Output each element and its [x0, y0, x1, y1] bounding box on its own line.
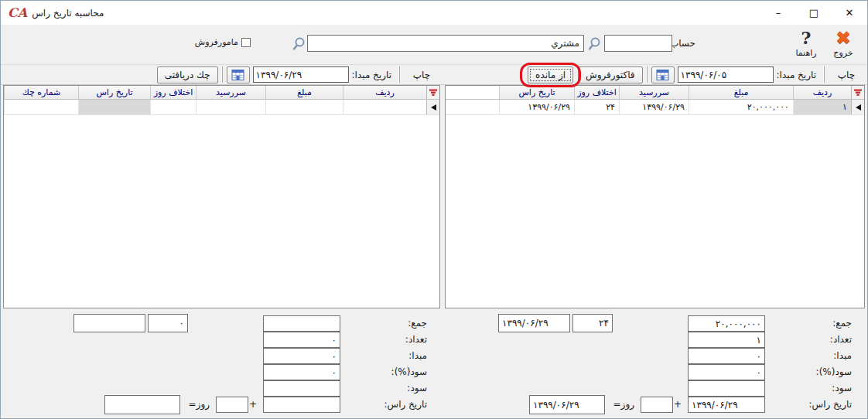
profit-field[interactable] [688, 380, 765, 397]
exit-label: خروج [833, 48, 853, 58]
column-header-day-diff[interactable]: اختلاف روز [574, 86, 619, 99]
cell-cheque-number[interactable] [4, 100, 78, 114]
maximize-button[interactable]: □ [796, 1, 832, 25]
grid-row[interactable]: ۱ ۲۰,۰۰۰,۰۰۰ ۱۳۹۹/۰۶/۲۹ ۲۴ ۱۳۹۹/۰۶/۲۹ [446, 100, 864, 115]
column-header-ras-date[interactable]: تاریخ راس [78, 86, 150, 99]
right-toolbar: چاپ تاریخ مبدا: ۱۳۹۹/۰۶/۰۵ [443, 64, 867, 85]
profit-percent-label: سود(%): [391, 364, 427, 380]
sales-agent-label: مامورفروش [195, 37, 238, 47]
result-date-box[interactable] [104, 395, 180, 414]
column-header-day-diff[interactable]: اختلاف روز [150, 86, 196, 99]
origin-field[interactable]: ۰ [688, 348, 765, 364]
sales-agent-checkbox[interactable]: مامورفروش [195, 37, 251, 47]
column-header-due-date[interactable]: سررسید [196, 86, 265, 99]
customer-name-input[interactable]: مشتري [307, 35, 584, 52]
ras-date-label: تاریخ راس: [384, 397, 427, 413]
exit-icon: ✖ [836, 28, 851, 48]
profit-label: سود: [407, 380, 427, 397]
grid-row-filler [446, 100, 499, 114]
received-cheque-button[interactable]: چك دریافتی [157, 66, 218, 83]
profit-percent-field[interactable]: ۰ [688, 364, 765, 380]
print-button[interactable]: چاپ [401, 70, 443, 80]
cell-row-number[interactable]: ۱ [793, 100, 851, 114]
column-header-amount[interactable]: مبلغ [265, 86, 343, 99]
origin-date-input[interactable]: ۱۳۹۹/۰۶/۲۹ [253, 66, 349, 83]
days-equals-label: روز= [189, 397, 210, 413]
result-date-box[interactable]: ۱۳۹۹/۰۶/۲۹ [529, 395, 605, 414]
toolbar-separator [221, 66, 223, 83]
help-button[interactable]: ? راهنما [788, 28, 824, 58]
cell-amount[interactable]: ۲۰,۰۰۰,۰۰۰ [689, 100, 793, 114]
profit-label: سود: [832, 380, 852, 397]
column-header-due-date[interactable]: سررسید [619, 86, 689, 99]
cell-ras-date[interactable] [78, 100, 150, 114]
calendar-button[interactable] [651, 66, 675, 83]
cell-row-number[interactable] [343, 100, 426, 114]
calendar-button[interactable] [227, 66, 250, 83]
close-button[interactable]: ✕ [832, 1, 867, 25]
sum-label: جمع: [408, 315, 427, 332]
origin-date-label: تاریخ مبدا: [777, 70, 816, 80]
plus-sign: + [674, 397, 682, 413]
column-header-cheque-number[interactable]: شماره چك [4, 86, 78, 99]
minimize-button[interactable]: – [760, 1, 796, 25]
origin-date-input[interactable]: ۱۳۹۹/۰۶/۰۵ [678, 66, 774, 83]
filter-icon[interactable] [426, 86, 439, 99]
total-days-box[interactable]: ۰ [148, 314, 188, 332]
cell-day-diff[interactable] [150, 100, 196, 114]
current-row-marker [851, 100, 864, 114]
calendar-icon [656, 69, 669, 81]
print-button[interactable]: چاپ [825, 70, 867, 80]
checkbox-icon[interactable] [241, 38, 251, 47]
exit-button[interactable]: ✖ خروج [825, 28, 861, 58]
search-icon-secondary[interactable] [290, 36, 306, 52]
column-header-ras-date[interactable]: تاریخ راس [499, 86, 574, 99]
profit-percent-field[interactable]: ۰ [263, 364, 340, 380]
left-toolbar: چاپ تاریخ مبدا: ۱۳۹۹/۰۶/۲۹ [1, 64, 443, 85]
cell-due-date[interactable]: ۱۳۹۹/۰۶/۲۹ [619, 100, 689, 114]
customer-invoices-panel: چاپ تاریخ مبدا: ۱۳۹۹/۰۶/۰۵ [443, 64, 867, 418]
column-header-row-number[interactable]: ردیف [343, 86, 426, 99]
window-title: محاسبه تاریخ راس [32, 8, 104, 19]
cell-day-diff[interactable]: ۲۴ [574, 100, 619, 114]
sales-invoice-button[interactable]: فاکتورفروش [578, 66, 643, 83]
total-ras-date-box[interactable] [73, 314, 145, 332]
cell-amount[interactable] [265, 100, 343, 114]
account-code-input[interactable] [604, 35, 672, 52]
added-days-box[interactable] [216, 397, 248, 413]
column-header-row-number[interactable]: ردیف [793, 86, 851, 99]
app-logo-icon: CA [8, 7, 27, 19]
total-days-box[interactable]: ۲۴ [572, 314, 613, 332]
count-label: تعداد: [405, 332, 427, 348]
sum-field[interactable] [263, 315, 340, 332]
cell-ras-date[interactable]: ۱۳۹۹/۰۶/۲۹ [499, 100, 574, 114]
from-balance-button[interactable]: از مانده [528, 66, 573, 83]
received-cheques-panel: چاپ تاریخ مبدا: ۱۳۹۹/۰۶/۲۹ [1, 64, 443, 418]
ras-date-field[interactable]: ۱۳۹۹/۰۶/۲۹ [688, 397, 765, 413]
origin-label: مبدا: [833, 348, 852, 364]
grid-row[interactable] [4, 100, 439, 115]
profit-field[interactable] [263, 380, 340, 397]
sum-label: جمع: [832, 315, 852, 332]
grid-header: ردیف مبلغ سررسید اختلاف روز تاریخ راس شم… [4, 86, 439, 100]
count-field[interactable]: ۱ [688, 332, 765, 348]
grid-header: ردیف مبلغ سررسید اختلاف روز تاریخ راس [446, 86, 864, 100]
profit-percent-label: سود(%): [816, 364, 852, 380]
origin-field[interactable]: ۰ [263, 348, 340, 364]
count-field[interactable]: ۰ [263, 332, 340, 348]
added-days-box[interactable] [641, 397, 673, 413]
origin-date-label: تاریخ مبدا: [352, 70, 391, 80]
toolbar-separator [398, 66, 400, 83]
ras-date-field[interactable] [263, 397, 340, 413]
right-summary: جمع: ۲۰,۰۰۰,۰۰۰ ۲۴ ۱۳۹۹/۰۶/۲۹ تعداد: ۱ م… [443, 308, 867, 418]
filter-icon[interactable] [851, 86, 864, 99]
count-label: تعداد: [830, 332, 852, 348]
column-header-amount[interactable]: مبلغ [689, 86, 793, 99]
help-icon: ? [801, 28, 812, 48]
cell-due-date[interactable] [196, 100, 265, 114]
sum-field[interactable]: ۲۰,۰۰۰,۰۰۰ [688, 315, 765, 332]
titlebar: CA محاسبه تاریخ راس – □ ✕ [1, 1, 867, 25]
search-icon[interactable] [586, 36, 602, 52]
total-ras-date-box[interactable]: ۱۳۹۹/۰۶/۲۹ [498, 314, 570, 332]
grid-header-filler [446, 86, 499, 99]
